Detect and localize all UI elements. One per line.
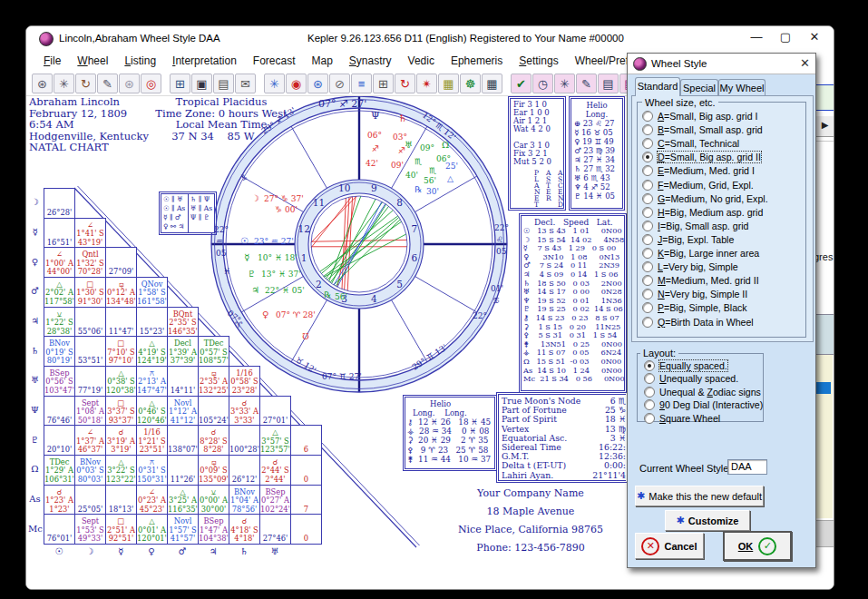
svg-text:♇: ♇: [248, 269, 256, 279]
svg-text:☉: ☉: [240, 236, 249, 246]
background-arrow-button[interactable]: ▶: [814, 115, 834, 137]
notes-icon[interactable]: ✎: [576, 74, 597, 93]
check-icon[interactable]: ✔: [511, 74, 532, 93]
wheel-size-radio[interactable]: L=Very big, Simple: [642, 260, 738, 273]
grid-wheel-icon[interactable]: ▦: [438, 74, 459, 93]
background-blue-box: [814, 314, 834, 355]
menu-forecast[interactable]: Forecast: [245, 53, 304, 69]
calendar-icon[interactable]: ▦: [482, 74, 502, 93]
mail-icon[interactable]: ✉: [235, 74, 256, 93]
wheel-size-radio[interactable]: G=Medium, No grid, Expl.: [642, 192, 768, 205]
dialog-close-icon[interactable]: ✕: [800, 56, 810, 70]
svg-text:7: 7: [412, 223, 418, 234]
aspect-grid-cell: 11°26': [167, 455, 199, 486]
wheel-light-icon[interactable]: ⊛: [119, 74, 140, 93]
layout-radio[interactable]: Square Wheel: [644, 412, 720, 425]
aspect-grid-cell: 53°51': [74, 336, 106, 367]
radio-label: K=Big, Large inner area: [658, 248, 759, 259]
wheel-edit-icon[interactable]: ✎: [97, 74, 118, 93]
menu-ephemeris[interactable]: Ephemeris: [443, 53, 511, 69]
menu-wheel[interactable]: Wheel: [69, 53, 116, 69]
menu-file[interactable]: File: [35, 53, 69, 69]
asterisk-icon: ✱: [677, 515, 685, 526]
wheel-back-icon[interactable]: ↻: [75, 74, 96, 93]
aspect-grid-row-glyph: ♃: [28, 316, 42, 326]
wheel-size-radio[interactable]: H=Big, Medium asp. grid: [642, 206, 763, 219]
layout-radio[interactable]: Unequally spaced.: [644, 372, 738, 385]
tab-special[interactable]: Special: [680, 79, 718, 95]
ok-button[interactable]: OK ✓: [723, 531, 792, 561]
menu-settings[interactable]: Settings: [511, 53, 566, 69]
menu-listing[interactable]: Listing: [116, 53, 164, 69]
percent-icon[interactable]: ⊘: [329, 74, 350, 93]
aspect-grid-cell: △0°38' S120°38': [105, 366, 137, 397]
listing-icon[interactable]: ≡: [351, 74, 372, 93]
tab-standard[interactable]: Standard: [635, 77, 680, 96]
wheel-time-icon[interactable]: ✳: [554, 74, 575, 93]
aspect-grid-row-glyph: ☿: [28, 227, 42, 237]
radio-label: M=Medium, Med. grid II: [658, 275, 759, 286]
chart-copy-icon[interactable]: ⊞: [170, 74, 190, 93]
biwheel-icon[interactable]: ✳: [264, 74, 285, 93]
layout-radio[interactable]: Unequal & Zodiac signs: [644, 386, 761, 398]
svg-text:♋: ♋: [493, 296, 500, 305]
aspect-grid-cell: 1/160°58' S23°28': [229, 366, 260, 397]
svg-text:01': 01': [491, 284, 503, 293]
svg-text:9: 9: [371, 182, 377, 193]
wheel-size-radio[interactable]: F=Medium, Grid, Expl.: [642, 179, 754, 191]
wheel-size-radio[interactable]: J=Big, Expl. Table: [642, 233, 734, 246]
wheel-pair-icon[interactable]: ⊛: [307, 74, 328, 93]
layout-radio[interactable]: Equally spaced.: [644, 359, 727, 372]
wheel-size-radio[interactable]: D=Small, Big asp. grid II: [642, 151, 761, 163]
wheel-icon[interactable]: ⊛: [32, 74, 53, 93]
save-icon[interactable]: ▣: [191, 74, 212, 93]
radio-icon: [642, 248, 653, 259]
wheel-size-radio[interactable]: P=Big, Simple, Black: [642, 301, 747, 314]
wheel-alt-icon[interactable]: ✳: [54, 74, 74, 93]
cancel-button[interactable]: ✕ Cancel: [635, 533, 704, 559]
wheel-size-radio[interactable]: K=Big, Large inner area: [642, 247, 759, 260]
minimize-button[interactable]: —: [743, 30, 770, 44]
menu-vedic[interactable]: Vedic: [400, 53, 443, 69]
svg-text:06°: 06°: [367, 131, 382, 140]
svg-text:42': 42': [366, 159, 378, 168]
wheel-size-radio[interactable]: B=Small, Small asp. grid: [642, 123, 763, 136]
svg-text:☽: ☽: [251, 193, 259, 203]
aspect-grid-cell: 15°23': [136, 307, 168, 338]
wheel-size-radio[interactable]: C=Small, Technical: [642, 137, 739, 150]
target-icon[interactable]: ◎: [141, 74, 161, 93]
menu-map[interactable]: Map: [304, 53, 341, 69]
wheel-size-radio[interactable]: M=Medium, Med. grid II: [642, 274, 759, 287]
clock-icon[interactable]: ◷: [532, 74, 553, 93]
svg-text:℞: ℞: [324, 290, 331, 300]
dharma-icon[interactable]: ☸: [460, 74, 481, 93]
refresh-icon[interactable]: ↻: [395, 74, 415, 93]
print-icon[interactable]: ▤: [213, 74, 234, 93]
svg-text:1: 1: [301, 252, 307, 263]
layout-radio[interactable]: 90 Deg Dial (Interactive): [644, 398, 763, 411]
svg-text:22°: 22°: [494, 223, 509, 232]
customize-button[interactable]: ✱ Customize: [665, 510, 750, 531]
close-button[interactable]: ✕: [801, 30, 828, 44]
wheel-target-icon[interactable]: ◉: [286, 74, 307, 93]
pages-icon[interactable]: ⊞: [373, 74, 394, 93]
radio-icon: [642, 234, 653, 245]
wheel-size-radio[interactable]: I=Big, Small asp. grid: [642, 220, 748, 232]
wheel-size-radio[interactable]: A=Small, Big asp. grid I: [642, 110, 757, 123]
maximize-button[interactable]: ▢: [772, 30, 799, 44]
wheel-size-radio[interactable]: N=Very big, Simple II: [642, 288, 747, 300]
aspect-grid-row-glyph: ♅: [28, 375, 42, 385]
wheel-size-radio[interactable]: Q=Birth Data in Wheel: [642, 316, 754, 329]
menu-synastry[interactable]: Synastry: [341, 53, 400, 69]
tab-my-wheel[interactable]: My Wheel: [718, 79, 766, 95]
aspect-grid-col-glyph: ♃: [198, 546, 229, 556]
star-icon[interactable]: ✴: [416, 74, 437, 93]
radio-label: J=Big, Expl. Table: [658, 234, 734, 245]
make-default-button[interactable]: ✱ Make this the new default: [635, 486, 764, 506]
menu-interpretation[interactable]: Interpretation: [164, 53, 245, 69]
current-style-input[interactable]: DAA: [727, 459, 767, 475]
wheel-size-radio[interactable]: E=Medium, Med. grid I: [642, 164, 755, 177]
radio-label: Square Wheel: [659, 413, 720, 424]
radio-icon: [642, 180, 653, 191]
report-icon[interactable]: ▤: [598, 74, 619, 93]
